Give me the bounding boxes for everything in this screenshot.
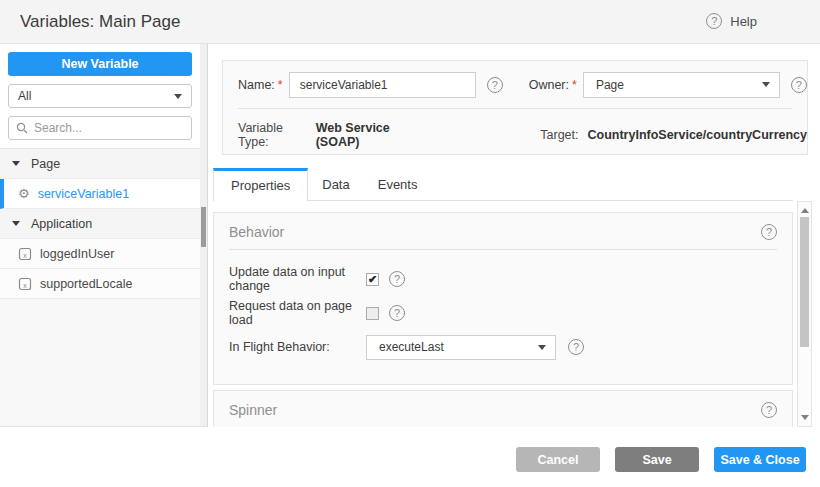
variable-type-label: Variable Type:	[238, 121, 303, 149]
tab-events[interactable]: Events	[364, 170, 432, 200]
svg-text:x: x	[23, 251, 27, 258]
collapse-triangle-icon	[12, 221, 20, 226]
in-flight-behavior-help-icon[interactable]	[568, 339, 584, 355]
tree-item-label: loggedInUser	[40, 247, 114, 261]
target-value: CountryInfoService/countryCurrency	[588, 128, 808, 142]
search-icon	[16, 122, 28, 134]
dialog-footer: Cancel Save Save & Close	[0, 427, 820, 487]
tree-item-loggedinuser[interactable]: x loggedInUser	[0, 239, 200, 269]
save-button[interactable]: Save	[615, 447, 699, 472]
target-label: Target:	[540, 128, 578, 142]
behavior-section: Behavior Update data on input change ✔ R…	[213, 212, 793, 385]
owner-label: Owner:	[529, 78, 569, 92]
in-flight-behavior-value: executeLast	[379, 340, 444, 354]
name-help-icon[interactable]	[487, 77, 503, 93]
name-field[interactable]	[289, 72, 476, 98]
web-service-gear-icon: ⚙	[18, 187, 30, 200]
update-data-label: Update data on input change	[229, 265, 366, 293]
search-input[interactable]	[34, 121, 184, 135]
tab-data[interactable]: Data	[308, 170, 363, 200]
spinner-section-title: Spinner	[229, 402, 277, 418]
divider	[238, 108, 792, 109]
in-flight-behavior-row: In Flight Behavior: executeLast	[229, 330, 792, 364]
behavior-help-icon[interactable]	[761, 224, 777, 240]
variable-type-value: Web Service (SOAP)	[316, 121, 416, 149]
tree-group-application[interactable]: Application	[0, 209, 200, 239]
tree-group-label: Application	[31, 217, 92, 231]
new-variable-button[interactable]: New Variable	[8, 52, 192, 76]
help-icon	[706, 13, 722, 29]
tree-group-page[interactable]: Page	[0, 149, 200, 179]
tree-item-servicevariable1[interactable]: ⚙ serviceVariable1	[0, 179, 200, 209]
update-data-checkbox[interactable]: ✔	[366, 273, 379, 286]
filter-select-value: All	[18, 89, 31, 103]
request-data-label: Request data on page load	[229, 299, 366, 327]
spinner-help-icon[interactable]	[761, 402, 777, 418]
scroll-up-icon[interactable]	[801, 208, 809, 213]
page-title: Variables: Main Page	[20, 12, 180, 32]
cancel-button[interactable]: Cancel	[516, 447, 600, 472]
in-flight-behavior-label: In Flight Behavior:	[229, 340, 366, 354]
help-button[interactable]: Help	[706, 13, 757, 29]
name-label: Name:	[238, 78, 275, 92]
update-data-help-icon[interactable]	[389, 271, 405, 287]
static-variable-icon: x	[18, 247, 32, 261]
content-scrollbar-thumb[interactable]	[800, 217, 809, 347]
owner-help-icon[interactable]	[791, 77, 807, 93]
dialog-header: Variables: Main Page Help	[0, 0, 820, 44]
variables-tree: Page ⚙ serviceVariable1 Application x lo…	[0, 148, 200, 299]
spinner-section: Spinner	[213, 390, 793, 427]
request-data-help-icon[interactable]	[389, 305, 405, 321]
tree-item-label: supportedLocale	[40, 277, 132, 291]
filter-select[interactable]: All	[8, 84, 192, 108]
help-label: Help	[730, 14, 757, 29]
sidebar-scrollbar[interactable]	[200, 44, 207, 426]
tree-item-label: serviceVariable1	[38, 187, 129, 201]
variables-dialog: Variables: Main Page Help New Variable A…	[0, 0, 820, 487]
required-marker: *	[572, 78, 577, 92]
variables-sidebar: New Variable All Page ⚙ serviceVariable1	[0, 44, 208, 427]
owner-select-value: Page	[596, 78, 624, 92]
search-box[interactable]	[8, 116, 192, 140]
static-variable-icon: x	[18, 277, 32, 291]
request-data-on-page-load-row: Request data on page load	[229, 296, 792, 330]
collapse-triangle-icon	[12, 161, 20, 166]
sidebar-controls: New Variable All	[0, 44, 200, 148]
scroll-down-icon[interactable]	[801, 415, 809, 420]
chevron-down-icon	[174, 94, 182, 99]
tab-bar: Properties Data Events	[213, 167, 793, 201]
save-and-close-button[interactable]: Save & Close	[714, 447, 806, 472]
tree-group-label: Page	[31, 157, 60, 171]
in-flight-behavior-select[interactable]: executeLast	[366, 335, 556, 360]
divider	[229, 249, 777, 250]
tab-properties[interactable]: Properties	[213, 168, 308, 201]
svg-text:x: x	[23, 281, 27, 288]
tree-item-supportedlocale[interactable]: x supportedLocale	[0, 269, 200, 299]
variable-summary-panel: Name: * Owner: * Page Variable Type: Web…	[222, 60, 808, 155]
sidebar-scrollbar-thumb[interactable]	[201, 207, 206, 247]
update-data-on-input-change-row: Update data on input change ✔	[229, 262, 792, 296]
required-marker: *	[278, 78, 283, 92]
chevron-down-icon	[538, 345, 546, 350]
main-panel: Name: * Owner: * Page Variable Type: Web…	[208, 44, 820, 427]
owner-select[interactable]: Page	[583, 72, 780, 98]
content-scrollbar[interactable]	[797, 201, 812, 427]
properties-tab-content: Behavior Update data on input change ✔ R…	[208, 201, 794, 427]
behavior-section-title: Behavior	[229, 224, 284, 240]
request-data-checkbox[interactable]	[366, 307, 379, 320]
chevron-down-icon	[762, 82, 770, 87]
